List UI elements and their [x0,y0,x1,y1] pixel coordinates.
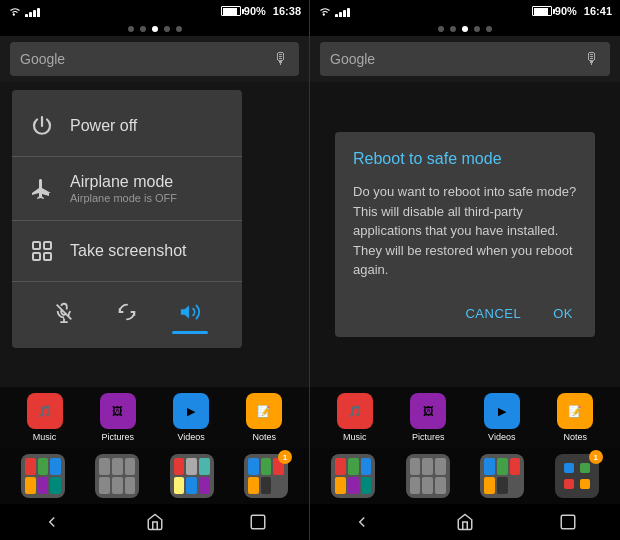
status-right-right-area: 90% 16:41 [532,5,612,17]
music-icon-right: 🎵 [337,393,373,429]
app-notes[interactable]: 📝 Notes [238,393,290,442]
pictures-icon: 🖼 [100,393,136,429]
cancel-button[interactable]: Cancel [461,300,525,327]
mute-btn[interactable] [46,294,82,330]
rmini-16 [484,477,495,494]
screenshot-label: Take screenshot [70,242,187,260]
dots-indicator [0,22,309,36]
search-bar[interactable]: Google 🎙 [10,42,299,76]
ok-button[interactable]: OK [549,300,577,327]
power-off-item[interactable]: Power off [12,98,242,154]
rmini-1 [335,458,346,475]
mic-icon-right[interactable]: 🎙 [584,50,600,68]
mini-icon-23 [261,477,272,494]
power-menu-overlay: Power off Airplane mode Airplane mode is… [0,82,309,387]
signal-icon [25,5,40,17]
battery-percent: 90% [244,5,266,17]
safe-mode-dialog: Reboot to safe mode Do you want to reboo… [335,132,595,337]
rmini-14 [497,458,508,475]
music-icon: 🎵 [27,393,63,429]
videos-label: Videos [177,432,204,442]
notes-label: Notes [253,432,277,442]
mini-icon-18 [199,477,210,494]
mini-icon-22 [248,477,259,494]
dock-folder-r1[interactable] [331,454,375,498]
rmini-13 [484,458,495,475]
rmini-5 [348,477,359,494]
svg-rect-7 [564,479,574,489]
app-notes-right[interactable]: 📝 Notes [549,393,601,442]
dialog-buttons: Cancel OK [353,296,577,327]
rmini-4 [335,477,346,494]
mini-icon-2 [38,458,49,475]
airplane-mode-item[interactable]: Airplane mode Airplane mode is OFF [12,159,242,218]
mini-icon-24 [273,477,284,494]
airplane-label: Airplane mode [70,173,177,191]
mic-icon[interactable]: 🎙 [273,50,289,68]
search-bar-right[interactable]: Google 🎙 [320,42,610,76]
videos-label-right: Videos [488,432,515,442]
home-button-left[interactable] [141,508,169,536]
dock-folder-r3[interactable] [480,454,524,498]
app-videos[interactable]: ▶ Videos [165,393,217,442]
status-right-area: 90% 16:38 [221,5,301,17]
screenshot-item[interactable]: Take screenshot [12,223,242,279]
dock-folder-r4[interactable]: 1 [555,454,599,498]
app-music[interactable]: 🎵 Music [19,393,71,442]
status-bar-left: 90% 16:38 [0,0,309,22]
mini-icon-14 [186,458,197,475]
search-text: Google [20,51,273,67]
mini-icon-12 [125,477,136,494]
dot-r2 [450,26,456,32]
rmini-6 [361,477,372,494]
recents-button-right[interactable] [554,508,582,536]
mini-icon-17 [186,477,197,494]
notes-label-right: Notes [563,432,587,442]
back-button-left[interactable] [38,508,66,536]
wallpaper: Power off Airplane mode Airplane mode is… [0,82,309,387]
dock-folder-1[interactable] [21,454,65,498]
rmini-15 [510,458,521,475]
mini-icon-19 [248,458,259,475]
svg-rect-6 [580,463,590,473]
airplane-icon [28,175,56,203]
volume-btn[interactable] [172,294,208,330]
dock-folder-2[interactable] [95,454,139,498]
mini-icon-7 [99,458,110,475]
mini-icon-16 [174,477,185,494]
rmini-3 [361,458,372,475]
menu-divider-1 [12,156,242,157]
rmini-7 [410,458,421,475]
time-display-right: 16:41 [584,5,612,17]
dot-r1 [438,26,444,32]
pictures-label: Pictures [102,432,135,442]
dot-5 [176,26,182,32]
mini-icon-6 [50,477,61,494]
wifi-icon-right [318,5,332,17]
app-icons-row-right: 🎵 Music 🖼 Pictures ▶ Videos 📝 Notes [310,387,620,448]
pictures-icon-right: 🖼 [410,393,446,429]
app-pictures-right[interactable]: 🖼 Pictures [402,393,454,442]
battery-percent-right: 90% [555,5,577,17]
dialog-title: Reboot to safe mode [353,150,577,168]
power-icon [28,112,56,140]
home-button-right[interactable] [451,508,479,536]
dock-folder-4[interactable]: 1 [244,454,288,498]
dock-right: 1 [310,448,620,504]
dock-left: 1 [0,448,309,504]
app-pictures[interactable]: 🖼 Pictures [92,393,144,442]
app-videos-right[interactable]: ▶ Videos [476,393,528,442]
rotate-btn[interactable] [109,294,145,330]
svg-rect-1 [44,242,51,249]
battery-icon-right [532,6,552,16]
dock-folder-r2[interactable] [406,454,450,498]
mini-icon-10 [99,477,110,494]
recents-button-left[interactable] [244,508,272,536]
notes-icon: 📝 [246,393,282,429]
mini-icon-13 [174,458,185,475]
dot-4 [164,26,170,32]
back-button-right[interactable] [348,508,376,536]
app-music-right[interactable]: 🎵 Music [329,393,381,442]
videos-icon: ▶ [173,393,209,429]
dock-folder-3[interactable] [170,454,214,498]
